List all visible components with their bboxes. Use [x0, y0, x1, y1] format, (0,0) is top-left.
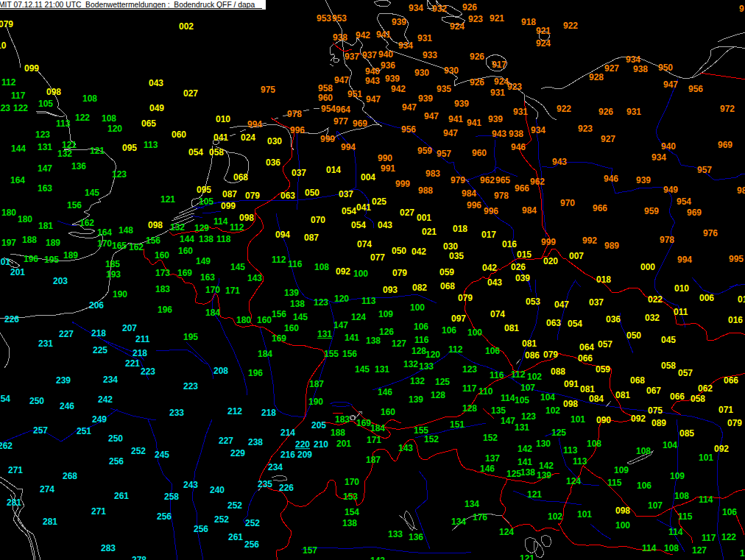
- svg-text:254: 254: [0, 394, 10, 404]
- svg-text:238: 238: [248, 437, 263, 447]
- svg-text:022: 022: [648, 294, 663, 305]
- svg-text:112: 112: [448, 344, 463, 355]
- svg-text:097: 097: [451, 313, 466, 324]
- svg-text:131: 131: [38, 142, 52, 152]
- svg-text:112: 112: [272, 255, 286, 265]
- svg-text:181: 181: [38, 221, 53, 231]
- svg-text:243: 243: [183, 480, 198, 490]
- svg-text:108: 108: [102, 113, 116, 124]
- svg-text:147: 147: [501, 416, 515, 426]
- svg-text:970: 970: [560, 198, 575, 208]
- svg-text:947: 947: [424, 111, 439, 121]
- svg-text:162: 162: [80, 218, 94, 228]
- svg-text:112: 112: [230, 222, 244, 233]
- svg-text:210: 210: [314, 439, 328, 450]
- svg-text:931: 931: [417, 33, 432, 43]
- svg-text:081: 081: [615, 390, 630, 400]
- svg-text:950: 950: [658, 63, 673, 73]
- svg-text:108: 108: [82, 93, 97, 104]
- svg-text:205: 205: [311, 420, 326, 430]
- svg-text:075: 075: [648, 405, 663, 416]
- svg-text:106: 106: [637, 481, 652, 491]
- svg-text:917: 917: [492, 60, 506, 70]
- svg-text:923: 923: [578, 124, 593, 134]
- svg-text:041: 041: [356, 202, 371, 213]
- svg-text:105: 105: [38, 99, 53, 109]
- svg-text:037: 037: [292, 168, 306, 178]
- svg-text:218: 218: [261, 408, 276, 418]
- svg-text:940: 940: [365, 66, 380, 77]
- svg-text:106: 106: [485, 346, 500, 356]
- svg-text:939: 939: [488, 114, 503, 124]
- svg-text:233: 233: [169, 408, 184, 418]
- svg-text:940: 940: [378, 49, 393, 60]
- svg-text:106: 106: [414, 322, 428, 332]
- svg-text:137: 137: [485, 453, 500, 464]
- svg-text:98: 98: [737, 185, 745, 196]
- svg-text:109: 109: [378, 309, 393, 319]
- svg-text:054: 054: [351, 220, 366, 230]
- svg-text:126: 126: [379, 327, 394, 337]
- svg-text:251: 251: [77, 426, 91, 436]
- svg-text:131: 131: [317, 329, 332, 339]
- svg-text:169: 169: [356, 418, 371, 428]
- svg-text:229: 229: [230, 448, 245, 458]
- svg-text:132: 132: [410, 376, 425, 386]
- svg-text:053: 053: [526, 297, 540, 307]
- svg-text:996: 996: [290, 125, 305, 135]
- svg-text:054: 054: [188, 147, 203, 157]
- svg-text:054: 054: [342, 206, 356, 216]
- svg-text:125: 125: [551, 428, 566, 438]
- svg-text:086: 086: [525, 350, 540, 361]
- svg-text:926: 926: [470, 52, 484, 62]
- svg-text:245: 245: [155, 450, 169, 460]
- svg-text:123: 123: [112, 169, 127, 180]
- svg-text:936: 936: [381, 60, 395, 71]
- svg-text:959: 959: [417, 146, 432, 156]
- svg-text:258: 258: [164, 492, 179, 502]
- svg-text:931: 931: [490, 88, 505, 98]
- svg-text:184: 184: [205, 308, 220, 318]
- svg-text:9: 9: [739, 4, 744, 14]
- svg-text:074: 074: [357, 239, 372, 249]
- svg-text:114: 114: [213, 216, 228, 227]
- svg-text:976: 976: [703, 228, 718, 238]
- svg-text:994: 994: [341, 142, 356, 152]
- svg-text:121: 121: [520, 553, 534, 560]
- svg-text:145: 145: [85, 188, 99, 198]
- svg-text:927: 927: [604, 63, 619, 74]
- svg-text:043: 043: [487, 277, 502, 288]
- svg-text:257: 257: [33, 425, 48, 436]
- svg-text:113: 113: [573, 456, 587, 467]
- svg-text:100: 100: [410, 302, 425, 313]
- svg-text:969: 969: [687, 208, 702, 218]
- svg-text:101: 101: [577, 509, 592, 520]
- svg-text:252: 252: [131, 446, 146, 456]
- svg-text:045: 045: [661, 335, 676, 345]
- svg-text:095: 095: [197, 185, 211, 195]
- svg-text:941: 941: [448, 114, 463, 124]
- svg-text:121: 121: [527, 489, 542, 500]
- svg-text:030: 030: [267, 136, 282, 146]
- svg-text:969: 969: [718, 140, 732, 150]
- svg-text:992: 992: [582, 235, 597, 246]
- svg-text:934: 934: [409, 3, 423, 13]
- svg-text:128: 128: [412, 346, 426, 356]
- svg-text:123: 123: [314, 297, 328, 308]
- svg-text:935: 935: [437, 84, 451, 94]
- svg-text:135: 135: [491, 405, 506, 416]
- svg-text:016: 016: [728, 315, 743, 325]
- svg-text:050: 050: [305, 188, 319, 198]
- svg-text:068: 068: [233, 172, 248, 182]
- svg-text:110: 110: [479, 386, 493, 397]
- svg-text:142: 142: [518, 444, 532, 454]
- svg-text:113: 113: [144, 140, 158, 150]
- svg-text:953: 953: [332, 13, 347, 24]
- svg-text:994: 994: [247, 119, 262, 130]
- svg-text:209: 209: [297, 450, 312, 460]
- svg-text:939: 939: [418, 93, 433, 104]
- svg-text:036: 036: [266, 157, 280, 168]
- svg-text:147: 147: [38, 163, 52, 174]
- svg-text:163: 163: [38, 183, 52, 194]
- svg-text:931: 931: [626, 107, 641, 117]
